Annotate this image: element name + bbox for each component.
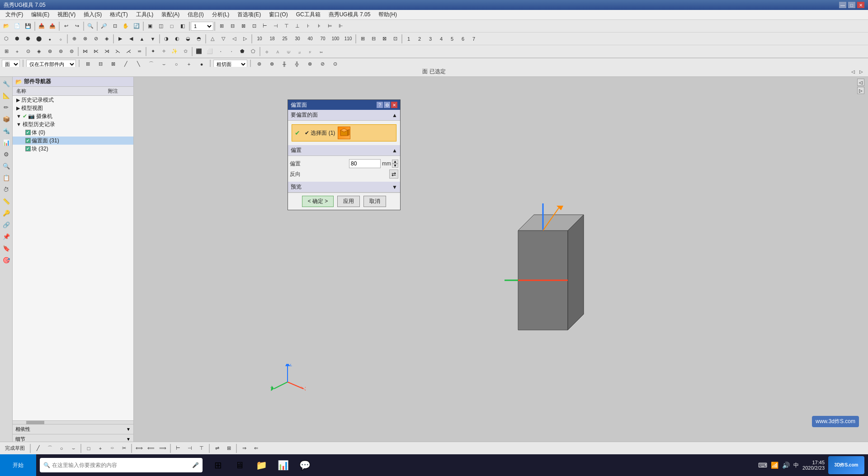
menu-format[interactable]: 格式(T) [106,10,131,19]
tb3-13[interactable]: ⋍ [134,47,145,57]
tb2-17[interactable]: ◒ [183,34,193,44]
offset-input[interactable] [349,159,381,168]
bt-dim1[interactable]: ⟺ [134,443,145,453]
cancel-button[interactable]: 取消 [363,196,386,207]
apply-button[interactable]: 应用 [337,196,360,207]
dialog-help-button[interactable]: ? [377,102,383,108]
tb2-19[interactable]: △ [207,34,218,44]
status-expand[interactable]: ▷ [858,69,864,75]
tb3-25[interactable]: ⟑ [272,47,283,57]
tb3-2[interactable]: + [12,47,23,57]
left-icon-12[interactable]: 🔑 [1,207,12,218]
tb-snap6[interactable]: ⊣ [270,21,281,31]
tb2-3[interactable]: ⬣ [23,34,33,44]
tb3-17[interactable]: ✩ [180,47,191,57]
tb2-6[interactable]: ⬦ [55,34,66,44]
tb2-26[interactable]: 30 [291,34,304,44]
tb3-28[interactable]: ⟔ [305,47,316,57]
tree-item-model-history[interactable]: ▼ 模型历史记录 [13,120,133,128]
bt-array[interactable]: ⊞ [223,443,234,453]
minimize-button[interactable]: — [839,2,846,8]
tree-item-camera[interactable]: ▼ ✔ 📷 摄像机 [13,112,133,120]
bt-curve[interactable]: ⌣ [68,443,79,453]
tb2-39[interactable]: 5 [447,34,458,44]
tb2-16[interactable]: ◐ [172,34,183,44]
menu-info[interactable]: 信息(I) [184,10,207,19]
bt-trim[interactable]: ✂ [118,443,129,453]
left-icon-4[interactable]: 📦 [1,113,12,124]
left-icon-16[interactable]: 🎯 [1,254,12,265]
tb3-16[interactable]: ✨ [169,47,180,57]
brand-logo[interactable]: 3D炸S.com [828,456,864,474]
tb-fit[interactable]: ⊡ [109,21,120,31]
tb3-9[interactable]: ⋉ [90,47,101,57]
menu-yanxiu[interactable]: 燕秀UG模具 7.05 [325,10,374,19]
tree-item-offset-face[interactable]: ✔ 偏置面 (31) [13,137,133,145]
menu-view[interactable]: 视图(V) [54,10,79,19]
tb2-11[interactable]: ▶ [115,34,126,44]
tb3-22[interactable]: ⬟ [237,47,248,57]
tb-snap3[interactable]: ⊠ [238,21,249,31]
tb2-32[interactable]: ⊟ [368,34,379,44]
tb3-1[interactable]: ⊞ [1,47,12,57]
tb-pan[interactable]: ✋ [120,21,131,31]
tb2-1[interactable]: ⬡ [1,34,12,44]
scrollbar-thumb[interactable] [26,421,44,424]
app-explorer[interactable]: 📁 [251,455,271,475]
bt-project[interactable]: ⇐ [250,443,261,453]
nav-scrollbar-h[interactable] [13,420,133,424]
bt-point[interactable]: + [95,443,106,453]
tb2-10[interactable]: ◈ [101,34,112,44]
tb2-36[interactable]: 2 [414,34,425,44]
bt-constraint2[interactable]: ⊣ [184,443,195,453]
left-icon-9[interactable]: 📋 [1,172,12,183]
tb2-24[interactable]: 18 [266,34,278,44]
bt-dim2[interactable]: ⟸ [146,443,156,453]
left-icon-8[interactable]: 🔍 [1,160,12,171]
tb3-24[interactable]: ⟐ [261,47,272,57]
tb2-21[interactable]: ◁ [229,34,240,44]
tb2-28[interactable]: 70 [316,34,329,44]
tb3-29[interactable]: ⟕ [316,47,326,57]
tb-snap4[interactable]: ⊡ [249,21,259,31]
app-taskview[interactable]: 🖥 [230,455,250,475]
tree-item-block[interactable]: ✔ 块 (32) [13,145,133,153]
tb3-5[interactable]: ⊛ [44,47,55,57]
left-icon-2[interactable]: 📐 [1,90,12,101]
tb3-15[interactable]: ✧ [158,47,169,57]
menu-preferences[interactable]: 首选项(E) [234,10,264,19]
tb3-21[interactable]: ⬞ [226,47,237,57]
tb-snap10[interactable]: ⊧ [314,21,325,31]
left-icon-11[interactable]: 📏 [1,196,12,207]
bt-constraint1[interactable]: ⊢ [173,443,184,453]
tb2-14[interactable]: ▼ [147,34,158,44]
tb3-26[interactable]: ⟒ [283,47,294,57]
tb3-3[interactable]: ⊙ [23,47,33,57]
tb-snap1[interactable]: ⊞ [216,21,227,31]
tb2-25[interactable]: 25 [278,34,291,44]
tb2-2[interactable]: ⬢ [12,34,23,44]
tb2-33[interactable]: ⊠ [379,34,390,44]
tb3-27[interactable]: ⟓ [294,47,305,57]
tb3-12[interactable]: ⋌ [123,47,134,57]
tb2-35[interactable]: 1 [403,34,414,44]
tb3-19[interactable]: ⬜ [204,47,215,57]
clock-date[interactable]: 17:45 2020/2/23 [802,460,825,471]
tb-export[interactable]: 📤 [47,21,58,31]
tb2-22[interactable]: ▷ [240,34,250,44]
tb3-7[interactable]: ⊜ [66,47,77,57]
ok-button[interactable]: < 确定 > [302,196,334,207]
bt-offset-curve[interactable]: ⇒ [239,443,250,453]
tb-open[interactable]: 📂 [1,21,12,31]
tb-zoom[interactable]: 🔎 [99,21,109,31]
reverse-button[interactable]: ⇄ [389,170,398,179]
tb-snap7[interactable]: ⊤ [281,21,292,31]
tree-item-body[interactable]: ✔ 体 (0) [13,128,133,137]
section-face-header[interactable]: 要偏置的面 ▲ [288,110,400,121]
tb-view-dropdown[interactable]: 1 [191,22,213,31]
bt-dim3[interactable]: ⟹ [157,443,168,453]
bt-fillet[interactable]: ⌔ [107,443,118,453]
bt-complete-sketch[interactable]: 完成草图 [2,443,28,453]
tb2-23[interactable]: 10 [253,34,266,44]
tb3-11[interactable]: ⋋ [112,47,123,57]
